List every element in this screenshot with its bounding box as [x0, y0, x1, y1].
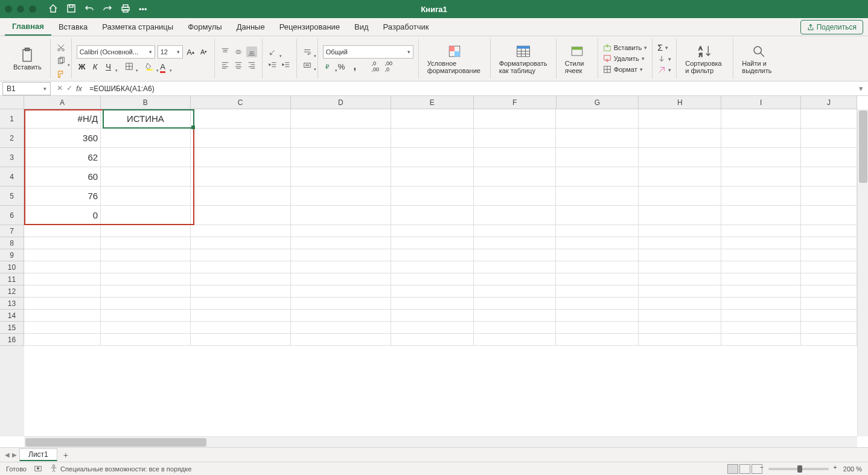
tab-formulas[interactable]: Формулы [180, 19, 229, 35]
sheet-tab-1[interactable]: Лист1 [19, 448, 57, 461]
cell-J7[interactable] [801, 225, 857, 237]
cell-B13[interactable] [101, 298, 191, 310]
paste-button[interactable]: Вставить [10, 46, 45, 71]
merge-cells-icon[interactable] [302, 60, 313, 71]
v-scroll-thumb[interactable] [859, 110, 867, 183]
autosum-button[interactable]: Σ▾ [657, 42, 671, 53]
cell-H1[interactable] [639, 109, 721, 129]
format-painter-icon[interactable] [56, 69, 66, 80]
cell-D10[interactable] [291, 261, 391, 273]
find-select-button[interactable]: Найти и выделить [738, 43, 779, 74]
home-icon[interactable] [48, 4, 58, 15]
tab-layout[interactable]: Разметка страницы [95, 19, 180, 35]
cell-G8[interactable] [556, 237, 639, 249]
row-header-12[interactable]: 12 [0, 285, 24, 298]
col-header-E[interactable]: E [391, 96, 474, 109]
h-scroll-thumb[interactable] [25, 438, 206, 447]
cell-styles-button[interactable]: Стили ячеек [561, 43, 593, 74]
cell-H15[interactable] [639, 322, 721, 334]
cell-I13[interactable] [721, 298, 801, 310]
cell-F5[interactable] [474, 186, 557, 206]
col-header-B[interactable]: B [101, 96, 191, 109]
add-sheet-button[interactable]: + [60, 450, 72, 460]
row-header-16[interactable]: 16 [0, 334, 24, 346]
delete-cells-button[interactable]: Удалить▾ [603, 54, 648, 63]
cell-C11[interactable] [191, 273, 291, 285]
cut-icon[interactable] [56, 42, 66, 53]
bold-button[interactable]: Ж [77, 61, 88, 72]
confirm-formula-icon[interactable]: ✓ [66, 84, 72, 93]
sheet-nav-prev[interactable]: ◀ [5, 451, 10, 458]
cell-I14[interactable] [721, 310, 801, 322]
increase-decimal-icon[interactable]: ,0,00 [370, 61, 381, 72]
cell-H8[interactable] [639, 237, 721, 249]
cell-F3[interactable] [474, 148, 557, 167]
cell-B2[interactable] [101, 129, 191, 148]
cell-F12[interactable] [474, 285, 557, 298]
cell-A11[interactable] [24, 273, 101, 285]
cell-E7[interactable] [391, 225, 474, 237]
cell-H14[interactable] [639, 310, 721, 322]
cell-D4[interactable] [291, 167, 391, 186]
row-header-7[interactable]: 7 [0, 225, 24, 237]
cell-C12[interactable] [191, 285, 291, 298]
cell-E1[interactable] [391, 109, 474, 129]
cell-F6[interactable] [474, 206, 557, 225]
cell-E2[interactable] [391, 129, 474, 148]
cell-I16[interactable] [721, 334, 801, 346]
tab-view[interactable]: Вид [347, 19, 376, 35]
row-header-9[interactable]: 9 [0, 249, 24, 261]
font-color-icon[interactable]: А [158, 61, 168, 72]
cell-J5[interactable] [801, 186, 857, 206]
row-header-8[interactable]: 8 [0, 237, 24, 249]
cell-E5[interactable] [391, 186, 474, 206]
cell-I8[interactable] [721, 237, 801, 249]
currency-icon[interactable]: ₽ [323, 61, 334, 72]
cell-A7[interactable] [24, 225, 101, 237]
row-headers[interactable]: 12345678910111213141516 [0, 109, 24, 436]
format-as-table-button[interactable]: Форматировать как таблицу [496, 43, 551, 74]
tab-developer[interactable]: Разработчик [376, 19, 436, 35]
cell-C13[interactable] [191, 298, 291, 310]
tab-insert[interactable]: Вставка [51, 19, 95, 35]
cell-D13[interactable] [291, 298, 391, 310]
conditional-format-button[interactable]: Условное форматирование [424, 43, 485, 74]
decrease-decimal-icon[interactable]: ,00,0 [383, 61, 394, 72]
cell-E4[interactable] [391, 167, 474, 186]
cell-H11[interactable] [639, 273, 721, 285]
cell-I6[interactable] [721, 206, 801, 225]
cell-F8[interactable] [474, 237, 557, 249]
cell-I9[interactable] [721, 249, 801, 261]
cell-J8[interactable] [801, 237, 857, 249]
cell-G9[interactable] [556, 249, 639, 261]
cell-G13[interactable] [556, 298, 639, 310]
decrease-indent-icon[interactable] [267, 60, 278, 71]
cell-E6[interactable] [391, 206, 474, 225]
cell-D16[interactable] [291, 334, 391, 346]
cell-A14[interactable] [24, 310, 101, 322]
align-top-icon[interactable] [220, 46, 231, 57]
cell-C1[interactable] [191, 109, 291, 129]
col-header-A[interactable]: A [24, 96, 101, 109]
cell-J6[interactable] [801, 206, 857, 225]
cell-C4[interactable] [191, 167, 291, 186]
cell-A12[interactable] [24, 285, 101, 298]
cell-E12[interactable] [391, 285, 474, 298]
select-all-corner[interactable] [0, 96, 24, 109]
cell-C9[interactable] [191, 249, 291, 261]
row-header-10[interactable]: 10 [0, 261, 24, 273]
cell-G10[interactable] [556, 261, 639, 273]
zoom-value[interactable]: 200 % [843, 465, 862, 473]
cell-H6[interactable] [639, 206, 721, 225]
cell-J13[interactable] [801, 298, 857, 310]
cell-F1[interactable] [474, 109, 557, 129]
cell-H2[interactable] [639, 129, 721, 148]
cell-C10[interactable] [191, 261, 291, 273]
cell-D11[interactable] [291, 273, 391, 285]
cell-J3[interactable] [801, 148, 857, 167]
macro-record-icon[interactable] [34, 464, 42, 474]
cell-D7[interactable] [291, 225, 391, 237]
cell-E16[interactable] [391, 334, 474, 346]
wrap-text-icon[interactable] [302, 46, 313, 57]
cell-C5[interactable] [191, 186, 291, 206]
